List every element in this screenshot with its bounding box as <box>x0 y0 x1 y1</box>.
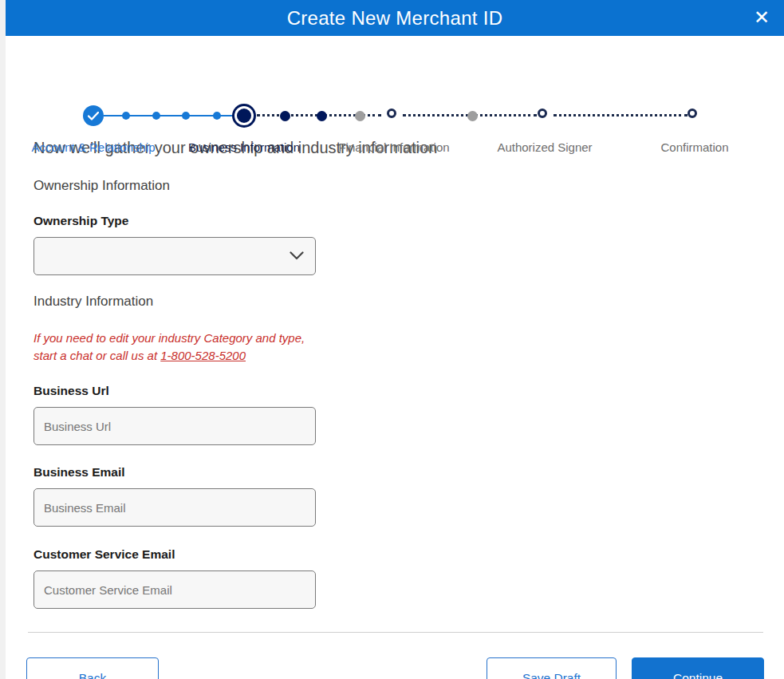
ownership-information-title: Ownership Information <box>33 178 784 194</box>
stepper-minidot <box>213 112 221 120</box>
step-label-authorized-signer[interactable]: Authorized Signer <box>497 140 592 154</box>
step-account-relationship-node[interactable] <box>83 105 104 126</box>
modal-title: Create New Merchant ID <box>287 7 503 30</box>
create-merchant-id-modal: Create New Merchant ID ✕ Account & Relat… <box>6 0 784 679</box>
phone-number-link[interactable]: 1-800-528-5200 <box>160 349 246 362</box>
industry-note-line2: start a chat or call us at <box>33 349 160 362</box>
chevron-down-icon <box>290 251 304 260</box>
footer-actions: Back Save Draft Continue <box>6 657 784 679</box>
stepper-minidot <box>152 112 160 120</box>
ownership-type-select[interactable] <box>33 237 316 275</box>
stepper-minidot <box>122 112 130 120</box>
continue-button[interactable]: Continue <box>632 657 764 679</box>
step-authorized-signer-node[interactable] <box>538 109 547 118</box>
step-label-financial-information[interactable]: Financial Information <box>338 140 449 154</box>
step-label-business-information[interactable]: Business Information <box>188 140 300 154</box>
check-icon <box>88 112 99 120</box>
industry-edit-note: If you need to edit your industry Catego… <box>33 330 784 365</box>
step-label-account-relationship[interactable]: Account & Relationship <box>31 140 155 154</box>
step-business-information-node[interactable] <box>237 109 251 123</box>
stepper-middot-navy <box>280 111 290 121</box>
business-url-label: Business Url <box>33 384 784 398</box>
step-label-confirmation[interactable]: Confirmation <box>660 140 728 154</box>
ownership-type-label: Ownership Type <box>33 214 784 228</box>
stepper-minidot <box>182 112 190 120</box>
progress-stepper: Account & Relationship Business Informat… <box>6 36 784 128</box>
customer-service-email-input[interactable] <box>33 570 316 609</box>
business-email-label: Business Email <box>33 465 784 480</box>
back-button[interactable]: Back <box>26 657 159 679</box>
step-confirmation-node[interactable] <box>687 109 697 118</box>
industry-information-title: Industry Information <box>33 294 784 310</box>
modal-header: Create New Merchant ID ✕ <box>6 0 784 36</box>
stepper-connector-4 <box>554 114 687 116</box>
save-draft-button[interactable]: Save Draft <box>487 657 617 679</box>
stepper-middot-navy <box>317 111 327 121</box>
form-content: Now we'll gather your ownership and indu… <box>6 139 784 609</box>
stepper-middot-gray <box>467 111 478 121</box>
close-icon[interactable]: ✕ <box>754 5 770 30</box>
business-email-input[interactable] <box>33 488 316 527</box>
stepper-middot-gray <box>355 111 365 121</box>
customer-service-email-label: Customer Service Email <box>33 547 784 562</box>
step-financial-information-node[interactable] <box>387 109 396 118</box>
footer-divider <box>28 632 763 633</box>
industry-note-line1: If you need to edit your industry Catego… <box>33 331 305 345</box>
business-url-input[interactable] <box>33 407 316 445</box>
